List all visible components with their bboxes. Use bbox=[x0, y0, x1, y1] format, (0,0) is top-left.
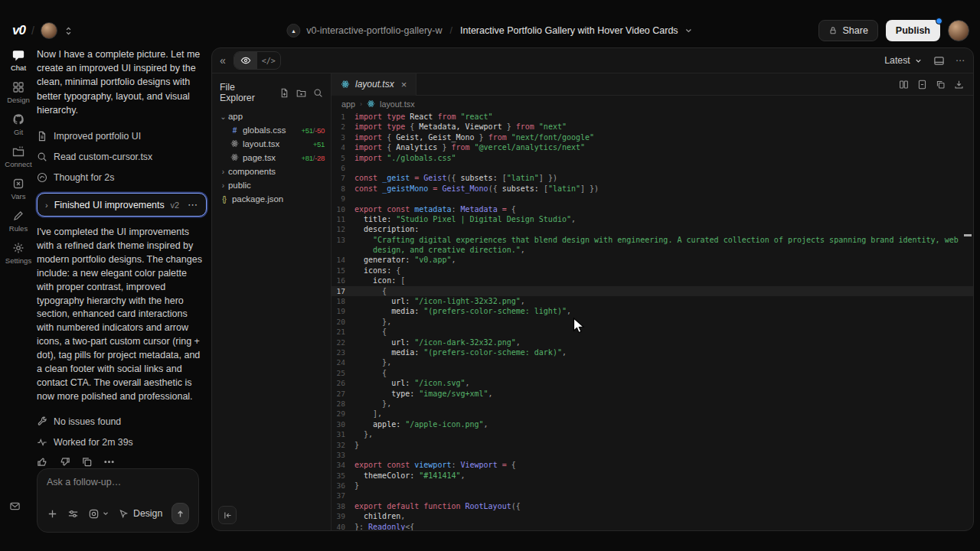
design-mode-button[interactable]: Design bbox=[119, 508, 162, 519]
chevron-down-icon[interactable] bbox=[684, 26, 694, 35]
more-icon[interactable]: ⋯ bbox=[956, 55, 965, 66]
console-panel-icon[interactable] bbox=[933, 55, 945, 67]
more-icon[interactable] bbox=[103, 456, 115, 468]
new-file-icon[interactable] bbox=[279, 88, 289, 98]
code-line: 8const _geistMono = Geist_Mono({ subsets… bbox=[332, 184, 973, 194]
code-line: 23 media: "(prefers-color-scheme: dark)"… bbox=[332, 347, 973, 357]
send-button[interactable] bbox=[172, 503, 189, 524]
settings-sliders-icon[interactable] bbox=[67, 508, 79, 520]
thumbs-up-icon[interactable] bbox=[37, 456, 48, 468]
task-item[interactable]: Improved portfolio UI bbox=[37, 126, 207, 146]
new-folder-icon[interactable] bbox=[296, 88, 306, 98]
breadcrumb-project[interactable]: v0-interactive-portfolio-gallery-w bbox=[306, 25, 442, 36]
file-row-page-tsx[interactable]: page.tsx+81/-28 bbox=[218, 151, 325, 165]
version-dropdown[interactable]: Latest bbox=[884, 55, 923, 66]
chevron-down-icon bbox=[102, 510, 109, 517]
breadcrumb-file[interactable]: layout.tsx bbox=[380, 99, 415, 109]
model-selector[interactable] bbox=[88, 508, 109, 520]
chevron-right-icon: › bbox=[360, 100, 362, 108]
search-icon bbox=[37, 152, 47, 162]
task-menu-icon[interactable]: ⋯ bbox=[188, 199, 198, 210]
file-row-globals-css[interactable]: #globals.css+51/-50 bbox=[218, 123, 325, 137]
breadcrumb-folder[interactable]: app bbox=[341, 99, 355, 109]
chat-panel: Now I have a complete picture. Let me cr… bbox=[37, 47, 207, 543]
deployment-status-icon[interactable]: ▲ bbox=[286, 24, 300, 37]
left-rail: ChatDesignGitConnectVarsRulesSettings bbox=[0, 49, 37, 265]
folder-row-public[interactable]: ›public bbox=[218, 178, 325, 192]
connect-icon bbox=[12, 145, 24, 158]
tab-bar: layout.tsx × bbox=[332, 73, 973, 96]
code-line: 7const _geist = Geist({ subsets: ["latin… bbox=[332, 173, 973, 183]
v0-logo[interactable]: v0 bbox=[12, 23, 25, 38]
code-line: 38export default function RootLayout({ bbox=[332, 501, 973, 511]
code-line: 26 url: "/icon.svg", bbox=[332, 378, 973, 388]
notification-dot bbox=[936, 18, 942, 24]
copy-icon[interactable] bbox=[936, 80, 946, 90]
download-icon[interactable] bbox=[954, 80, 964, 90]
diff-stats: +81/-28 bbox=[302, 154, 325, 162]
diff-stats: +51 bbox=[313, 140, 325, 148]
sidebar-item-design[interactable]: Design bbox=[0, 81, 37, 104]
mail-icon[interactable] bbox=[9, 500, 21, 512]
separator: / bbox=[31, 24, 34, 37]
design-label: Design bbox=[133, 508, 162, 519]
logo-icon bbox=[37, 172, 47, 183]
workspace-avatar[interactable] bbox=[41, 22, 57, 39]
add-attachment-icon[interactable] bbox=[47, 508, 58, 520]
code-line: 2import type { Metadata, Viewport } from… bbox=[332, 122, 973, 132]
code-line: 15 icons: { bbox=[332, 266, 973, 276]
tab-label: layout.tsx bbox=[355, 79, 394, 90]
collapse-panel-icon[interactable]: « bbox=[220, 54, 226, 67]
folder-row-app[interactable]: ⌄app bbox=[218, 109, 325, 123]
chat-icon bbox=[12, 49, 24, 61]
preview-eye-button[interactable] bbox=[234, 52, 257, 69]
collapse-explorer-button[interactable] bbox=[218, 506, 237, 524]
react-icon bbox=[229, 139, 240, 149]
code-line: 30 apple: "/apple-icon.png", bbox=[332, 419, 973, 429]
copy-icon[interactable] bbox=[81, 456, 93, 468]
code-line: 25 { bbox=[332, 368, 973, 378]
thumbs-down-icon[interactable] bbox=[59, 456, 70, 468]
sidebar-item-git[interactable]: Git bbox=[0, 113, 37, 136]
code-line: 14 generator: "v0.app", bbox=[332, 255, 973, 265]
sidebar-item-connect[interactable]: Connect bbox=[0, 145, 37, 168]
cursor-icon bbox=[119, 509, 129, 519]
sidebar-item-rules[interactable]: Rules bbox=[0, 210, 37, 233]
file-row-layout-tsx[interactable]: layout.tsx+51 bbox=[218, 137, 325, 151]
search-icon[interactable] bbox=[313, 88, 323, 98]
split-editor-icon[interactable] bbox=[899, 80, 909, 90]
finished-task-label: Finished UI improvements bbox=[54, 200, 165, 210]
sidebar-item-vars[interactable]: Vars bbox=[0, 178, 37, 201]
design-icon bbox=[12, 81, 24, 93]
latest-label: Latest bbox=[884, 55, 910, 66]
code-view-button[interactable]: </> bbox=[257, 52, 280, 69]
source-file-icon[interactable] bbox=[917, 80, 927, 90]
settings-icon bbox=[12, 242, 24, 254]
file-row-package-json[interactable]: {}package.json bbox=[218, 192, 325, 206]
wrench-icon bbox=[37, 416, 47, 427]
workspace-switcher-icon[interactable] bbox=[64, 26, 74, 36]
finished-task-card[interactable]: › Finished UI improvements v2 ⋯ bbox=[37, 193, 207, 217]
sidebar-item-chat[interactable]: Chat bbox=[0, 49, 37, 72]
followup-input[interactable] bbox=[47, 477, 189, 487]
pulse-icon bbox=[37, 437, 47, 448]
breadcrumb-page[interactable]: Interactive Portfolio Gallery with Hover… bbox=[460, 25, 678, 36]
close-tab-icon[interactable]: × bbox=[401, 79, 407, 90]
lock-icon bbox=[828, 26, 838, 35]
code-line: 1import type React from "react" bbox=[332, 112, 973, 122]
share-button[interactable]: Share bbox=[818, 20, 877, 41]
vars-icon bbox=[12, 178, 24, 190]
folder-row-components[interactable]: ›components bbox=[218, 165, 325, 178]
task-item[interactable]: Thought for 2s bbox=[37, 167, 207, 187]
user-avatar[interactable] bbox=[948, 20, 969, 41]
tab-layout-tsx[interactable]: layout.tsx × bbox=[332, 73, 416, 96]
message-actions bbox=[37, 456, 207, 468]
sidebar-item-settings[interactable]: Settings bbox=[0, 242, 37, 265]
git-icon bbox=[12, 113, 24, 126]
code-line: 16 icon: [ bbox=[332, 276, 973, 285]
top-bar: v0 / ▲ v0-interactive-portfolio-gallery-… bbox=[0, 12, 980, 49]
assistant-message: Now I have a complete picture. Let me cr… bbox=[37, 47, 207, 117]
code-editor[interactable]: 1import type React from "react"2import t… bbox=[332, 112, 973, 530]
publish-button[interactable]: Publish bbox=[886, 20, 940, 41]
task-item[interactable]: Read custom-cursor.tsx bbox=[37, 146, 207, 167]
